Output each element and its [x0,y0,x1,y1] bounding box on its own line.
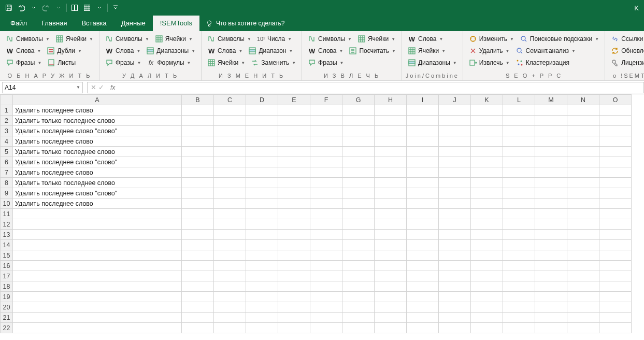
cell-K7[interactable] [471,167,503,178]
cell-M3[interactable] [535,126,567,136]
cell-C10[interactable] [214,199,246,209]
cell-L15[interactable] [503,250,535,261]
cell-J7[interactable] [439,167,471,178]
tab-insert[interactable]: Вставка [74,16,113,31]
cell-G19[interactable] [342,292,375,302]
cell-B11[interactable] [182,209,214,219]
cell-I13[interactable] [407,230,439,240]
cell-F11[interactable] [310,209,342,219]
cell-L17[interactable] [503,271,535,281]
cell-F20[interactable] [310,302,342,313]
cell-A21[interactable] [13,313,182,323]
cell-B4[interactable] [182,136,214,147]
cell-N4[interactable] [567,136,599,147]
select-all-corner[interactable] [1,95,13,105]
cell-B13[interactable] [182,230,214,240]
cell-M9[interactable] [535,188,567,199]
cell-F8[interactable] [310,178,342,188]
cell-O1[interactable] [599,105,632,116]
ribbon-about-links7[interactable]: Ссылки▼ [608,33,644,45]
cell-H15[interactable] [375,250,407,261]
ribbon-extract-count4[interactable]: Посчитать▼ [346,45,398,56]
ribbon-delete-symbols2[interactable]: Символы▼ [103,33,152,45]
ribbon-detect-duplicates[interactable]: Дубли▼ [44,45,84,56]
cell-E21[interactable] [278,313,310,323]
cell-N21[interactable] [567,313,599,323]
cell-O12[interactable] [599,219,632,230]
cell-G4[interactable] [342,136,375,147]
cell-E2[interactable] [278,116,310,126]
cell-G9[interactable] [342,188,375,199]
cell-F1[interactable] [310,105,342,116]
cell-I20[interactable] [407,302,439,313]
cell-J2[interactable] [439,116,471,126]
cell-H3[interactable] [375,126,407,136]
row-header-3[interactable]: 3 [1,126,13,136]
cell-D19[interactable] [246,292,278,302]
cell-I22[interactable] [407,323,439,333]
cell-G14[interactable] [342,240,375,250]
cell-F6[interactable] [310,157,342,167]
row-header-14[interactable]: 14 [1,240,13,250]
cell-L20[interactable] [503,302,535,313]
cell-D1[interactable] [246,105,278,116]
cell-C17[interactable] [214,271,246,281]
cell-L10[interactable] [503,199,535,209]
ribbon-detect-words[interactable]: WСлова▼ [3,45,44,56]
cell-E16[interactable] [278,261,310,271]
cell-C2[interactable] [214,116,246,126]
cell-C8[interactable] [214,178,246,188]
cell-G3[interactable] [342,126,375,136]
cell-K9[interactable] [471,188,503,199]
ribbon-delete-words2[interactable]: WСлова▼ [103,45,143,56]
cell-J18[interactable] [439,281,471,292]
cell-I5[interactable] [407,147,439,157]
tab-semtools[interactable]: !SEMTools [153,16,199,31]
cell-M2[interactable] [535,116,567,126]
cell-K15[interactable] [471,250,503,261]
cell-H6[interactable] [375,157,407,167]
ribbon-change-cells3[interactable]: Ячейки▼ [205,57,248,68]
cell-I14[interactable] [407,240,439,250]
cell-K2[interactable] [471,116,503,126]
cell-A4[interactable]: Удалить последнее слово [13,136,182,147]
cell-N11[interactable] [567,209,599,219]
cell-M14[interactable] [535,240,567,250]
ribbon-seoppc-delete6[interactable]: Удалить▼ [466,45,512,56]
cell-D16[interactable] [246,261,278,271]
cell-N20[interactable] [567,302,599,313]
cell-N10[interactable] [567,199,599,209]
cell-C18[interactable] [214,281,246,292]
cell-K14[interactable] [471,240,503,250]
row-header-21[interactable]: 21 [1,313,13,323]
cell-G6[interactable] [342,157,375,167]
cell-N9[interactable] [567,188,599,199]
cell-J5[interactable] [439,147,471,157]
cell-F10[interactable] [310,199,342,209]
cell-C1[interactable] [214,105,246,116]
cell-F19[interactable] [310,292,342,302]
row-header-12[interactable]: 12 [1,219,13,230]
cell-B7[interactable] [182,167,214,178]
cell-E11[interactable] [278,209,310,219]
cell-I21[interactable] [407,313,439,323]
column-header-J[interactable]: J [439,95,471,105]
cell-A19[interactable] [13,292,182,302]
cell-A3[interactable]: Удалить последнее слово "слово" [13,126,182,136]
cell-O3[interactable] [599,126,632,136]
ribbon-delete-ranges2[interactable]: Диапазоны▼ [144,45,198,56]
cell-D8[interactable] [246,178,278,188]
cell-L16[interactable] [503,261,535,271]
row-header-10[interactable]: 10 [1,199,13,209]
cell-O11[interactable] [599,209,632,219]
cell-J8[interactable] [439,178,471,188]
formula-input[interactable] [118,82,644,93]
cell-N5[interactable] [567,147,599,157]
cell-F2[interactable] [310,116,342,126]
cell-K21[interactable] [471,313,503,323]
cell-M4[interactable] [535,136,567,147]
cell-L14[interactable] [503,240,535,250]
cell-B21[interactable] [182,313,214,323]
column-header-H[interactable]: H [375,95,407,105]
name-box-dropdown[interactable]: ▼ [76,85,80,90]
